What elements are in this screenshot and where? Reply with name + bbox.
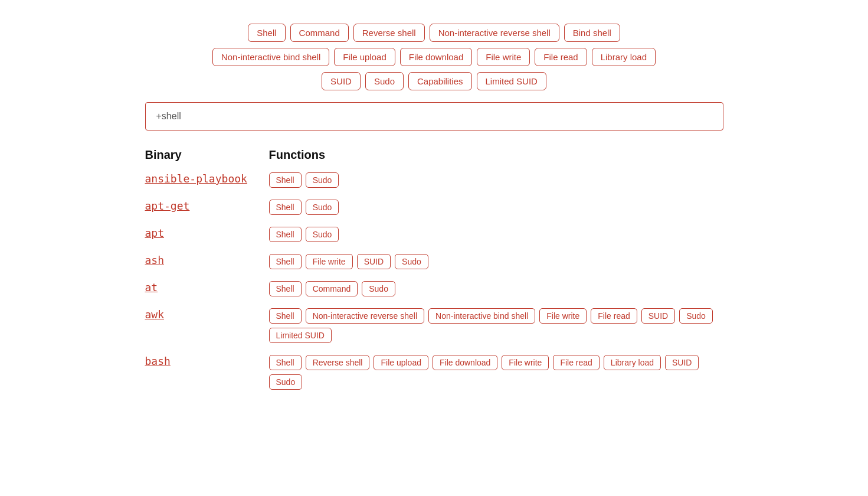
function-tag-command: Command [306,281,358,296]
function-tag-non-interactive-bind-shell: Non-interactive bind shell [428,308,535,324]
function-tag-sudo: Sudo [679,308,713,324]
binary-link[interactable]: apt [145,227,269,239]
binary-link[interactable]: bash [145,355,269,367]
function-tag-file-write: File write [306,254,353,269]
filter-row-2: Non-interactive bind shellFile uploadFil… [212,48,656,66]
function-tag-shell: Shell [269,254,302,269]
function-tag-reverse-shell: Reverse shell [306,355,370,370]
filter-tag-file-write[interactable]: File write [477,48,530,66]
function-tag-sudo: Sudo [362,281,395,296]
filter-tag-file-read[interactable]: File read [535,48,587,66]
function-tag-suid: SUID [665,355,699,370]
function-tag-file-write: File write [539,308,587,324]
filter-tag-reverse-shell[interactable]: Reverse shell [353,24,425,42]
function-tag-file-read: File read [591,308,637,324]
filter-tag-capabilities[interactable]: Capabilities [408,72,472,90]
function-tag-sudo: Sudo [269,374,303,390]
filter-tag-bind-shell[interactable]: Bind shell [564,24,620,42]
table-row: atShellCommandSudo [145,275,723,302]
column-functions-header: Functions [269,148,723,162]
filter-row-3: SUIDSudoCapabilitiesLimited SUID [322,72,546,90]
function-tag-shell: Shell [269,281,302,296]
filter-tag-shell[interactable]: Shell [248,24,285,42]
function-tag-non-interactive-reverse-shell: Non-interactive reverse shell [306,308,424,324]
functions-cell: ShellCommandSudo [269,281,723,296]
function-tag-sudo: Sudo [306,200,339,215]
functions-cell: ShellSudo [269,200,723,215]
function-tag-file-download: File download [433,355,497,370]
functions-cell: ShellSudo [269,172,723,188]
function-tag-shell: Shell [269,355,302,370]
table-row: ashShellFile writeSUIDSudo [145,248,723,275]
function-tag-sudo: Sudo [306,172,339,188]
filter-tag-command[interactable]: Command [290,24,349,42]
functions-cell: ShellFile writeSUIDSudo [269,254,723,269]
function-tag-shell: Shell [269,172,302,188]
filter-tag-non-interactive-reverse-shell[interactable]: Non-interactive reverse shell [430,24,559,42]
function-tag-shell: Shell [269,308,302,324]
filter-tag-suid[interactable]: SUID [322,72,361,90]
function-tag-library-load: Library load [604,355,661,370]
function-tag-file-write: File write [502,355,549,370]
function-tag-shell: Shell [269,200,302,215]
filter-tag-limited-suid[interactable]: Limited SUID [477,72,546,90]
functions-cell: ShellSudo [269,227,723,242]
function-tag-suid: SUID [641,308,675,324]
binary-link[interactable]: at [145,281,269,293]
column-binary-header: Binary [145,148,269,162]
results-header: Binary Functions [145,148,723,162]
results-section: Binary Functions ansible-playbookShellSu… [145,148,723,396]
table-row: ansible-playbookShellSudo [145,167,723,194]
filter-tag-file-download[interactable]: File download [400,48,473,66]
binary-link[interactable]: ash [145,254,269,266]
results-body: ansible-playbookShellSudoapt-getShellSud… [145,167,723,396]
filter-tag-sudo[interactable]: Sudo [365,72,404,90]
binary-link[interactable]: awk [145,308,269,321]
function-tag-limited-suid: Limited SUID [269,328,332,343]
filter-section: ShellCommandReverse shellNon-interactive… [12,12,856,90]
function-tag-file-read: File read [553,355,599,370]
table-row: bashShellReverse shellFile uploadFile do… [145,349,723,396]
table-row: awkShellNon-interactive reverse shellNon… [145,302,723,349]
binary-link[interactable]: ansible-playbook [145,172,269,185]
search-input[interactable] [145,102,723,130]
filter-tag-non-interactive-bind-shell[interactable]: Non-interactive bind shell [212,48,329,66]
table-row: apt-getShellSudo [145,194,723,221]
filter-tag-library-load[interactable]: Library load [592,48,656,66]
table-row: aptShellSudo [145,221,723,248]
function-tag-suid: SUID [357,254,391,269]
function-tag-shell: Shell [269,227,302,242]
filter-tag-file-upload[interactable]: File upload [334,48,395,66]
functions-cell: ShellNon-interactive reverse shellNon-in… [269,308,723,343]
filter-row-1: ShellCommandReverse shellNon-interactive… [248,24,620,42]
function-tag-file-upload: File upload [374,355,428,370]
function-tag-sudo: Sudo [306,227,339,242]
binary-link[interactable]: apt-get [145,200,269,212]
functions-cell: ShellReverse shellFile uploadFile downlo… [269,355,723,390]
function-tag-sudo: Sudo [395,254,428,269]
